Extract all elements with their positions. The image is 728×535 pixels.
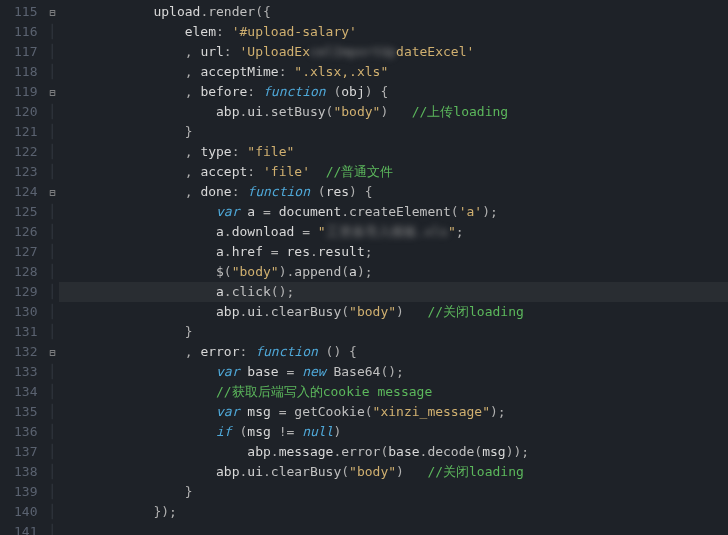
token-def: accept — [200, 164, 247, 179]
token-def: abp — [59, 104, 239, 119]
token-punct: . — [341, 204, 349, 219]
code-editor[interactable]: 1151161171181191201211221231241251261271… — [0, 0, 728, 535]
fold-marker[interactable]: │ — [45, 142, 59, 162]
token-punct: . — [224, 224, 232, 239]
token-keyword: var — [216, 204, 239, 219]
fold-marker[interactable]: ⊟ — [45, 82, 59, 102]
token-def: ui — [247, 304, 263, 319]
code-line[interactable]: abp.ui.setBusy("body") //上传loading — [59, 102, 728, 122]
line-number: 117 — [14, 42, 37, 62]
fold-marker[interactable]: │ — [45, 302, 59, 322]
code-line[interactable]: , type: "file" — [59, 142, 728, 162]
token-punct: : — [224, 44, 240, 59]
token-punct: , — [59, 184, 200, 199]
token-method: Base64 — [333, 364, 380, 379]
code-line[interactable]: var base = new Base64(); — [59, 362, 728, 382]
code-line[interactable]: abp.ui.clearBusy("body") //关闭loading — [59, 302, 728, 322]
token-method: $ — [59, 264, 223, 279]
token-def: a — [59, 284, 223, 299]
token-punct: = — [279, 404, 295, 419]
fold-marker[interactable]: │ — [45, 362, 59, 382]
fold-marker[interactable]: │ — [45, 102, 59, 122]
code-line[interactable]: if (msg != null) — [59, 422, 728, 442]
code-line[interactable]: } — [59, 322, 728, 342]
token-string: dateExcel' — [396, 44, 474, 59]
line-number: 141 — [14, 522, 37, 535]
code-line[interactable]: a.click(); — [59, 282, 728, 302]
fold-column[interactable]: ⊟│││⊟││││⊟│││││││⊟│││││││││ — [45, 2, 59, 535]
fold-marker[interactable]: ⊟ — [45, 342, 59, 362]
token-comment: //上传loading — [412, 104, 508, 119]
code-line[interactable]: $("body").append(a); — [59, 262, 728, 282]
fold-marker[interactable]: │ — [45, 402, 59, 422]
fold-marker[interactable]: │ — [45, 282, 59, 302]
fold-marker[interactable]: │ — [45, 442, 59, 462]
token-punct: , — [59, 64, 200, 79]
token-keyword: var — [216, 404, 239, 419]
token-string: " — [318, 224, 326, 239]
code-line[interactable]: elem: '#upload-salary' — [59, 22, 728, 42]
fold-marker[interactable]: ⊟ — [45, 182, 59, 202]
fold-marker[interactable]: │ — [45, 242, 59, 262]
code-line[interactable]: abp.ui.clearBusy("body") //关闭loading — [59, 462, 728, 482]
fold-marker[interactable]: │ — [45, 502, 59, 522]
code-line[interactable] — [59, 522, 728, 535]
line-number: 115 — [14, 2, 37, 22]
code-line[interactable]: } — [59, 482, 728, 502]
code-line[interactable]: , url: 'UploadExcelImportUpdateExcel' — [59, 42, 728, 62]
code-line[interactable]: a.href = res.result; — [59, 242, 728, 262]
fold-marker[interactable]: │ — [45, 222, 59, 242]
fold-marker[interactable]: │ — [45, 202, 59, 222]
token-punct: ). — [279, 264, 295, 279]
code-line[interactable]: , accept: 'file' //普通文件 — [59, 162, 728, 182]
code-line[interactable]: upload.render({ — [59, 2, 728, 22]
fold-marker[interactable]: │ — [45, 522, 59, 535]
token-method: click — [232, 284, 271, 299]
code-line[interactable]: } — [59, 122, 728, 142]
code-line[interactable]: , done: function (res) { — [59, 182, 728, 202]
token-punct: . — [271, 444, 279, 459]
fold-marker[interactable]: │ — [45, 162, 59, 182]
token-def: acceptMime — [200, 64, 278, 79]
fold-marker[interactable]: │ — [45, 382, 59, 402]
fold-marker[interactable]: │ — [45, 262, 59, 282]
token-punct: ); — [357, 264, 373, 279]
token-keyword: function — [255, 344, 318, 359]
code-line[interactable]: }); — [59, 502, 728, 522]
fold-marker[interactable]: │ — [45, 22, 59, 42]
token-method: error — [341, 444, 380, 459]
code-line[interactable]: , acceptMime: ".xlsx,.xls" — [59, 62, 728, 82]
token-punct: = — [302, 224, 318, 239]
fold-marker[interactable]: │ — [45, 482, 59, 502]
token-def: elem — [59, 24, 216, 39]
token-punct: . — [224, 244, 232, 259]
code-line[interactable]: a.download = "工资条导入模板.xls"; — [59, 222, 728, 242]
line-number: 132 — [14, 342, 37, 362]
fold-marker[interactable]: │ — [45, 422, 59, 442]
token-punct: ( — [341, 464, 349, 479]
code-line[interactable]: var msg = getCookie("xinzi_message"); — [59, 402, 728, 422]
fold-marker[interactable]: │ — [45, 122, 59, 142]
line-number: 119 — [14, 82, 37, 102]
fold-marker[interactable]: │ — [45, 322, 59, 342]
fold-marker[interactable]: ⊟ — [45, 2, 59, 22]
token-def: download — [232, 224, 302, 239]
code-area[interactable]: upload.render({ elem: '#upload-salary' ,… — [59, 0, 728, 535]
code-line[interactable]: , error: function () { — [59, 342, 728, 362]
code-line[interactable]: , before: function (obj) { — [59, 82, 728, 102]
fold-marker[interactable]: │ — [45, 62, 59, 82]
token-def: abp — [59, 464, 239, 479]
token-punct: (); — [380, 364, 403, 379]
code-line[interactable]: //获取后端写入的cookie message — [59, 382, 728, 402]
line-number: 133 — [14, 362, 37, 382]
code-line[interactable]: abp.message.error(base.decode(msg)); — [59, 442, 728, 462]
token-punct: } — [59, 484, 192, 499]
token-punct: ); — [490, 404, 506, 419]
token-punct: , — [59, 144, 200, 159]
token-punct: ; — [456, 224, 464, 239]
fold-marker[interactable]: │ — [45, 462, 59, 482]
fold-marker[interactable]: │ — [45, 42, 59, 62]
token-punct: ( — [365, 404, 373, 419]
code-line[interactable]: var a = document.createElement('a'); — [59, 202, 728, 222]
token-string: " — [448, 224, 456, 239]
